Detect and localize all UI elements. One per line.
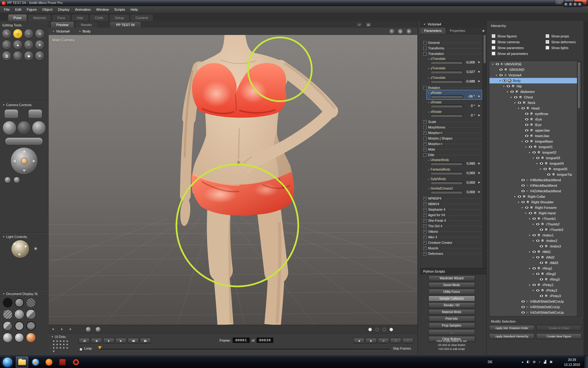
hierarchy-item-v4bsneckbackbend[interactable]: ∩V4BsNeckBackBend: [489, 177, 577, 183]
view-magnifier-tool[interactable]: ○: [13, 51, 23, 61]
collapse-arrow-icon[interactable]: ▼: [506, 91, 509, 93]
volume-icon[interactable]: ♪: [539, 360, 541, 363]
start-button[interactable]: [2, 357, 13, 367]
dial-menu-arrow-icon[interactable]: ▶: [478, 104, 480, 107]
visibility-eye-icon[interactable]: [503, 79, 507, 82]
visibility-eye-icon[interactable]: [525, 118, 529, 121]
collapse-arrow-icon[interactable]: ▼: [532, 240, 535, 242]
hierarchy-item-tongue01[interactable]: ▼tongue01: [489, 144, 577, 150]
stop-button[interactable]: ■: [103, 338, 114, 343]
delete-keyframe-button[interactable]: −: [402, 338, 413, 343]
script-button-utility-funcs[interactable]: Utility Funcs: [428, 289, 475, 295]
hierarchy-item-rthumb1[interactable]: ▼rThumb1: [489, 216, 577, 221]
param-group-muscle[interactable]: +Muscle: [420, 245, 483, 251]
tab-parameters[interactable]: Parameters: [420, 28, 446, 34]
room-tab-content[interactable]: Content: [130, 14, 153, 21]
group-toggle-icon[interactable]: −: [423, 47, 427, 50]
room-tab-hair[interactable]: Hair: [71, 14, 89, 21]
hierarchy-item-rmid3[interactable]: rMid3: [489, 260, 577, 266]
hierarchy-item-hip[interactable]: ▼Hip: [489, 83, 577, 89]
hierarchy-item-universe[interactable]: ▼⊕UNIVERSE: [489, 61, 577, 67]
visibility-eye-icon[interactable]: [536, 156, 540, 159]
update-icon[interactable]: ◍: [533, 360, 536, 363]
visibility-eye-icon[interactable]: [499, 74, 503, 77]
taskbar-app-ring[interactable]: [70, 357, 82, 368]
visibility-eye-icon[interactable]: [521, 201, 525, 204]
chevron-down-icon[interactable]: ▼: [2, 293, 5, 295]
title-bar[interactable]: PP TEST 04 - Smith Micro Poser Pro – □ ×: [0, 0, 588, 6]
visibility-eye-icon[interactable]: [525, 140, 529, 143]
collapse-arrow-icon[interactable]: ▼: [528, 218, 531, 220]
hierarchy-item-rpinky1[interactable]: ▼rPinky1: [489, 282, 577, 288]
hierarchy-item-rmid1[interactable]: ▼rMid1: [489, 249, 577, 255]
visibility-eye-icon[interactable]: [543, 167, 547, 171]
scale-tool[interactable]: □: [2, 40, 12, 50]
dial-genitalcrease2[interactable]: GenitalCrease20,000▶: [420, 186, 483, 196]
morphing-tool[interactable]: ◆: [24, 51, 34, 61]
visibility-eye-icon[interactable]: [525, 123, 529, 126]
menu-scripts[interactable]: Scripts: [111, 6, 128, 13]
tab-properties[interactable]: Properties: [446, 28, 469, 34]
collapse-arrow-icon[interactable]: ▼: [528, 284, 531, 286]
hierarchy-item-reye[interactable]: rEye: [489, 117, 577, 122]
hierarchy-item-abdomen[interactable]: ▼Abdomen: [489, 89, 577, 94]
visibility-eye-icon[interactable]: [499, 68, 503, 71]
show-desktop-button[interactable]: [584, 356, 588, 368]
param-group-translation[interactable]: −Translation: [420, 51, 483, 56]
collapse-arrow-icon[interactable]: ▼: [521, 140, 524, 143]
collapse-arrow-icon[interactable]: ▼: [528, 267, 531, 270]
left-shin[interactable]: [221, 270, 225, 325]
visibility-eye-icon[interactable]: [536, 289, 540, 292]
dial-menu-arrow-icon[interactable]: ▶: [478, 61, 480, 63]
hierarchy-item-tongue02[interactable]: ▼tongue02: [489, 150, 577, 155]
color-tool[interactable]: ●: [35, 40, 45, 50]
room-tab-face[interactable]: Face: [52, 14, 71, 21]
hierarchy-item-rindex1[interactable]: ▼rIndex1: [489, 232, 577, 238]
param-group-morphs[interactable]: +Morphs++: [420, 141, 483, 147]
display-style-texture-shaded[interactable]: [26, 333, 36, 343]
pane-option-icon[interactable]: ▤: [365, 22, 371, 27]
display-style-smooth-lined[interactable]: [14, 333, 24, 343]
display-style-hidden-line[interactable]: [3, 309, 13, 319]
param-group-transforms[interactable]: −Transforms: [420, 45, 483, 51]
hierarchy-item-rthumb2[interactable]: ▼rThumb2: [489, 221, 577, 227]
visibility-eye-icon[interactable]: [495, 63, 499, 66]
dial-value[interactable]: -0,688: [466, 79, 475, 83]
checkbox-show-deformers[interactable]: ✓Show deformers: [545, 39, 582, 45]
checkbox-show-props[interactable]: ✓Show props: [545, 33, 582, 39]
direct-manipulation-tool[interactable]: ∗: [35, 51, 45, 61]
checkbox-box-icon[interactable]: ✓: [492, 34, 496, 38]
right-shin[interactable]: [273, 272, 276, 325]
checkbox-box-icon[interactable]: ✓: [545, 40, 549, 44]
room-tab-setup[interactable]: Setup: [109, 14, 130, 21]
camera-dolly-icon[interactable]: [4, 177, 11, 183]
group-toggle-icon[interactable]: +: [423, 230, 427, 233]
group-toggle-icon[interactable]: +: [423, 236, 427, 239]
param-group-male[interactable]: +Male: [420, 147, 483, 152]
collapse-arrow-icon[interactable]: ▼: [532, 289, 535, 292]
dial-zrotate[interactable]: zRotate0 °▶: [420, 100, 483, 109]
dial-value[interactable]: 0,000: [466, 171, 475, 175]
move-camera-right-hand-icon[interactable]: [28, 109, 42, 118]
visibility-eye-icon[interactable]: [536, 223, 540, 226]
collapse-arrow-icon[interactable]: ▼: [528, 251, 531, 253]
menu-file[interactable]: File: [1, 6, 13, 13]
trackball-left-arrow-icon[interactable]: [13, 159, 16, 163]
dial-menu-arrow-icon[interactable]: ▶: [478, 70, 480, 73]
page-dot-1[interactable]: [368, 328, 372, 331]
step-back-button[interactable]: ◀▮: [128, 338, 139, 343]
hierarchy-item-tonguetip[interactable]: tongueTip: [489, 172, 577, 177]
ui-dot[interactable]: [56, 340, 58, 342]
group-toggle-icon[interactable]: +: [423, 252, 427, 255]
param-group-general[interactable]: −General: [420, 40, 483, 45]
hierarchy-item-ground[interactable]: GROUND: [489, 67, 577, 72]
ui-dot[interactable]: [63, 340, 65, 342]
camera-focal-icon[interactable]: [13, 177, 20, 183]
visibility-eye-icon[interactable]: [521, 178, 525, 182]
visibility-eye-icon[interactable]: [521, 107, 525, 110]
param-group-deformers[interactable]: +Deformers: [420, 251, 483, 256]
hierarchy-item-right-forearm[interactable]: ▼Right Forearm: [489, 205, 577, 210]
script-button-prop-samples[interactable]: Prop Samples: [428, 323, 475, 328]
view-tab-preview[interactable]: Preview: [51, 21, 74, 28]
group-toggle-icon[interactable]: +: [423, 213, 427, 217]
